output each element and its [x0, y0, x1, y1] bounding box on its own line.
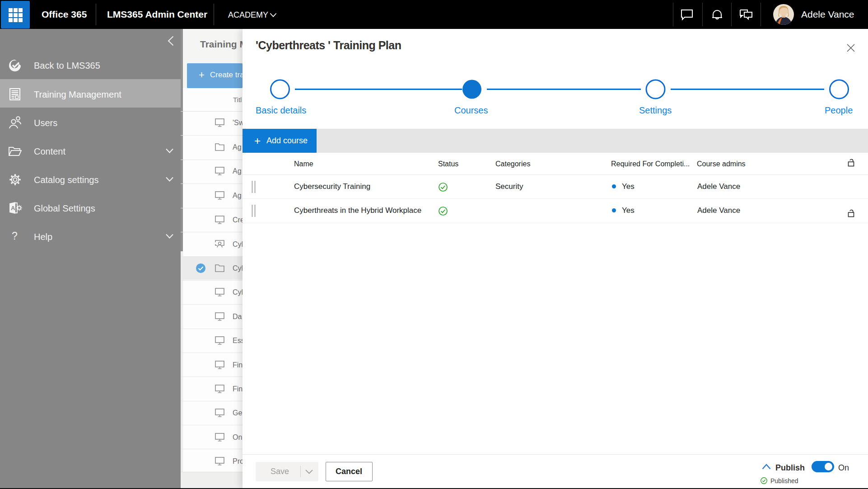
svg-text:A: A — [11, 205, 15, 212]
